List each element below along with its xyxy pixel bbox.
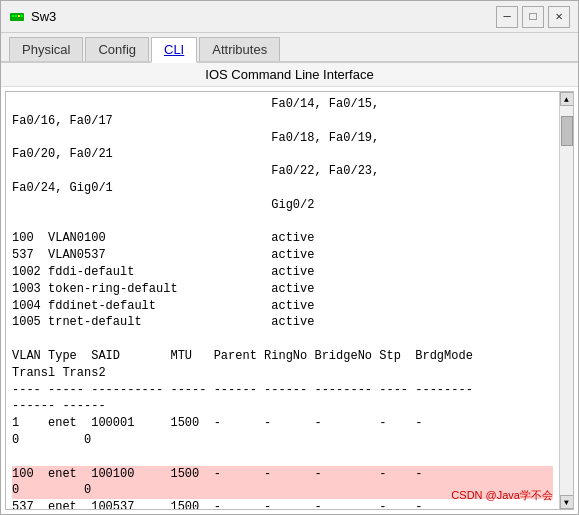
scroll-down-button[interactable]: ▼ [560,495,574,509]
maximize-button[interactable]: □ [522,6,544,28]
switch-icon [9,9,25,25]
terminal[interactable]: Fa0/14, Fa0/15, Fa0/16, Fa0/17 Fa0/18, F… [5,91,574,510]
svg-rect-2 [15,15,17,17]
main-window: Sw3 — □ ✕ Physical Config CLI Attributes… [0,0,579,515]
scrollbar[interactable]: ▲ ▼ [559,92,573,509]
svg-rect-1 [12,15,14,17]
title-bar-left: Sw3 [9,9,56,25]
scroll-track[interactable] [561,106,573,495]
svg-rect-4 [21,15,23,17]
tab-physical[interactable]: Physical [9,37,83,61]
tab-config[interactable]: Config [85,37,149,61]
svg-rect-3 [18,15,20,17]
title-bar: Sw3 — □ ✕ [1,1,578,33]
window-title: Sw3 [31,9,56,24]
scroll-thumb[interactable] [561,116,573,146]
window-controls: — □ ✕ [496,6,570,28]
minimize-button[interactable]: — [496,6,518,28]
scroll-up-button[interactable]: ▲ [560,92,574,106]
tab-cli[interactable]: CLI [151,37,197,63]
content-area: IOS Command Line Interface Fa0/14, Fa0/1… [1,63,578,514]
tab-bar: Physical Config CLI Attributes [1,33,578,63]
close-button[interactable]: ✕ [548,6,570,28]
terminal-output[interactable]: Fa0/14, Fa0/15, Fa0/16, Fa0/17 Fa0/18, F… [6,92,559,509]
tab-attributes[interactable]: Attributes [199,37,280,61]
cli-title: IOS Command Line Interface [1,63,578,87]
